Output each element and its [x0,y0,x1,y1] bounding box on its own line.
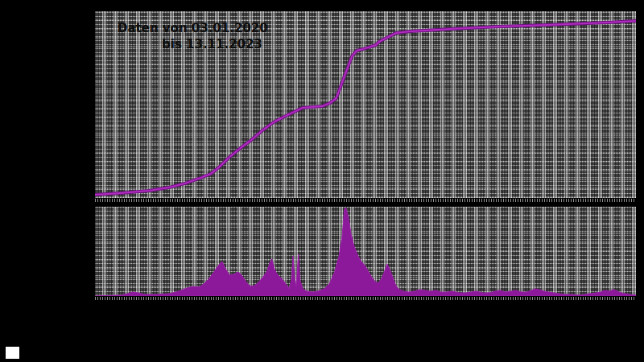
legend-swatch [6,347,19,359]
cumulative-panel: Daten von 03.01.2020 bis 13.11.2023 [95,11,636,198]
daily-panel [95,207,636,296]
bottom-axis-ticks [95,297,636,300]
annotation-line-1: Daten von 03.01.2020 [118,20,268,36]
annotation-line-2: bis 13.11.2023 [162,36,268,52]
daily-area-chart [95,207,636,296]
top-axis-ticks [95,199,636,202]
chart-canvas: Daten von 03.01.2020 bis 13.11.2023 [0,0,644,362]
date-range-annotation: Daten von 03.01.2020 bis 13.11.2023 [118,20,268,52]
